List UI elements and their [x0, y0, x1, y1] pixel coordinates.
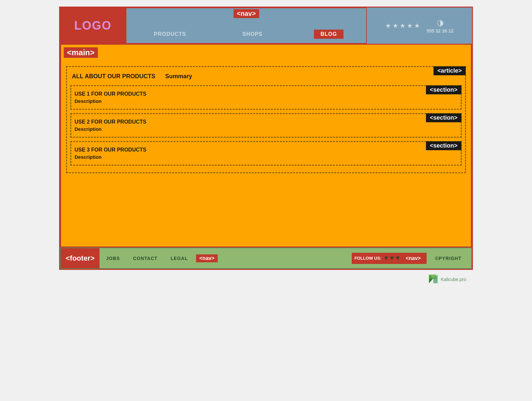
main-wrapper: <main> <article> ALL ABOUT OUR PRODUCTS …	[60, 44, 472, 248]
kalicube-brand: Kalicube.pro	[59, 270, 473, 288]
nav-tag-label: <nav>	[233, 9, 259, 18]
follow-arrows: ▼▼▼	[383, 255, 401, 262]
header-right: ★ ★ ★ ★ ★ ◑ 555 32 16 12	[367, 8, 472, 44]
section-1-title: USE 1 FOR OUR PRODUCTS	[75, 91, 457, 97]
star-3: ★	[400, 22, 406, 30]
section-1-tag: <section>	[426, 85, 461, 94]
footer-nav: JOBS CONTACT LEGAL <nav>	[100, 254, 352, 262]
page-wrapper: <header> LOGO <nav> PRODUCTS SHOPS BLOG …	[59, 7, 473, 270]
follow-us-text: FOLLOW US:	[354, 256, 381, 261]
footer-nav-legal[interactable]: LEGAL	[164, 256, 194, 261]
footer: <footer> JOBS CONTACT LEGAL <nav> FOLLOW…	[60, 248, 472, 269]
kalicube-logo: Kalicube.pro	[428, 273, 466, 285]
footer-tag-label: <footer>	[61, 248, 100, 268]
phone-icon: ◑	[437, 18, 444, 27]
section-1: <section> USE 1 FOR OUR PRODUCTS Descrip…	[70, 85, 462, 110]
logo-text: LOGO	[74, 19, 112, 33]
nav-item-products[interactable]: PRODUCTS	[149, 30, 191, 39]
header-tag-label: <header>	[63, 10, 96, 19]
section-2: <section> USE 2 FOR OUR PRODUCTS Descrip…	[70, 113, 462, 138]
star-5: ★	[414, 22, 420, 30]
article-title: ALL ABOUT OUR PRODUCTS	[72, 73, 155, 80]
main-content: <article> ALL ABOUT OUR PRODUCTS Summary…	[66, 66, 466, 173]
section-2-tag: <section>	[426, 113, 461, 122]
article-area: <article> ALL ABOUT OUR PRODUCTS Summary…	[66, 66, 466, 173]
footer-right: FOLLOW US: ▼▼▼ <nav> ©PYRIGHT	[352, 253, 471, 264]
footer-nav-jobs[interactable]: JOBS	[100, 256, 126, 261]
footer-nav-contact[interactable]: CONTACT	[126, 256, 164, 261]
phone-area: ◑ 555 32 16 12	[427, 18, 454, 34]
nav-item-blog[interactable]: BLOG	[314, 30, 344, 39]
section-2-desc: Description	[75, 126, 457, 132]
copyright-text: ©PYRIGHT	[430, 256, 466, 261]
section-3: <section> USE 3 FOR OUR PRODUCTS Descrip…	[70, 141, 462, 166]
header: <header> LOGO <nav> PRODUCTS SHOPS BLOG …	[60, 8, 472, 44]
outer-wrapper: <header> LOGO <nav> PRODUCTS SHOPS BLOG …	[59, 7, 473, 288]
article-summary: Summary	[165, 73, 192, 80]
section-1-desc: Description	[75, 98, 457, 104]
follow-nav-tag: <nav>	[402, 254, 424, 262]
article-header: ALL ABOUT OUR PRODUCTS Summary	[70, 70, 462, 83]
stars-area: ★ ★ ★ ★ ★	[385, 22, 420, 30]
follow-us-label: FOLLOW US: ▼▼▼ <nav>	[352, 253, 427, 264]
section-3-tag: <section>	[426, 141, 461, 150]
section-2-title: USE 2 FOR OUR PRODUCTS	[75, 119, 457, 125]
star-2: ★	[392, 22, 398, 30]
nav-item-shops[interactable]: SHOPS	[237, 30, 267, 39]
footer-nav-tag: <nav>	[196, 254, 218, 262]
kalicube-icon	[428, 273, 439, 285]
star-1: ★	[385, 22, 391, 30]
section-3-title: USE 3 FOR OUR PRODUCTS	[75, 147, 457, 153]
main-tag-label: <main>	[64, 47, 98, 58]
phone-number: 555 32 16 12	[427, 28, 454, 34]
star-4: ★	[407, 22, 413, 30]
article-tag-label: <article>	[433, 66, 466, 75]
kalicube-text: Kalicube.pro	[441, 275, 466, 283]
nav-area: <nav> PRODUCTS SHOPS BLOG	[126, 8, 367, 44]
section-3-desc: Description	[75, 154, 457, 160]
